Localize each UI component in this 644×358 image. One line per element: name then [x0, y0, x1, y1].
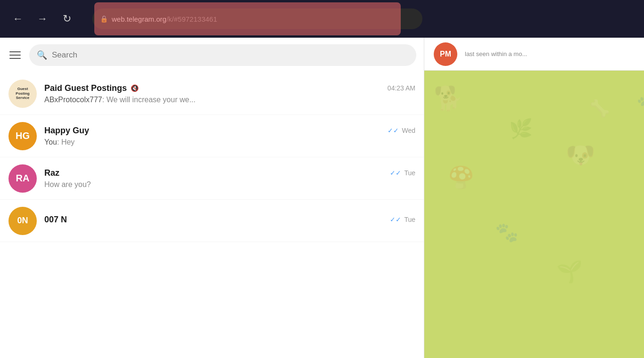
- last-seen-status: last seen within a mo...: [465, 50, 527, 57]
- background-pattern: 🐕 🌿 🍄 🐾 🐶 🦴 🌱 🐾: [424, 71, 644, 358]
- pm-avatar: PM: [434, 42, 457, 66]
- browser-bar: ← → ↻ 🔒 web.telegram.org/k/#5972133461: [0, 0, 644, 38]
- refresh-button[interactable]: ↻: [58, 10, 75, 27]
- chat-name: 007 N: [44, 215, 67, 225]
- search-wrapper[interactable]: 🔍: [29, 44, 416, 66]
- avatar-happy-guy: HG: [8, 122, 37, 150]
- chat-list-panel: 🔍 Guest Posting Service Paid Guest Posti…: [0, 38, 424, 358]
- chat-time: ✓✓ Tue: [390, 216, 415, 223]
- mute-icon: 🔇: [131, 84, 139, 92]
- right-panel: PM last seen within a mo... 🐕 🌿 🍄 🐾 🐶 🦴 …: [424, 38, 644, 358]
- chat-preview: ABxProtocolx777: We will increase your w…: [44, 96, 415, 104]
- chat-item-paid-guest-postings[interactable]: Guest Posting Service Paid Guest Posting…: [0, 73, 424, 115]
- search-area: 🔍: [0, 38, 424, 73]
- avatar-text: Guest Posting Service: [8, 85, 37, 102]
- chat-preview: How are you?: [44, 180, 415, 189]
- chat-header: 007 N ✓✓ Tue: [44, 215, 415, 225]
- search-icon: 🔍: [37, 50, 47, 60]
- hamburger-menu[interactable]: [8, 49, 23, 61]
- chat-header: Paid Guest Postings 🔇 04:23 AM: [44, 83, 415, 93]
- avatar-raz: RA: [8, 164, 37, 193]
- back-button[interactable]: ←: [9, 10, 26, 27]
- chat-background: 🐕 🌿 🍄 🐾 🐶 🦴 🌱 🐾: [424, 71, 644, 358]
- chat-item-raz[interactable]: RA Raz ✓✓ Tue How are you?: [0, 157, 424, 200]
- double-check-icon: ✓✓: [388, 127, 399, 134]
- chat-info-raz: Raz ✓✓ Tue How are you?: [44, 168, 415, 189]
- avatar-paid-guest-postings: Guest Posting Service: [8, 80, 37, 108]
- chat-header-right: PM last seen within a mo...: [424, 38, 644, 71]
- chat-preview: You: Hey: [44, 138, 415, 146]
- forward-button[interactable]: →: [34, 10, 51, 27]
- contact-info: last seen within a mo...: [465, 50, 527, 57]
- avatar-007n: 0N: [8, 207, 37, 235]
- main-content: 🔍 Guest Posting Service Paid Guest Posti…: [0, 38, 644, 358]
- chat-info-007n: 007 N ✓✓ Tue: [44, 215, 415, 227]
- chat-item-happy-guy[interactable]: HG Happy Guy ✓✓ Wed You: Hey: [0, 115, 424, 157]
- chat-time: 04:23 AM: [388, 84, 415, 92]
- double-check-icon: ✓✓: [390, 216, 401, 223]
- chat-time: ✓✓ Tue: [390, 169, 415, 177]
- search-input[interactable]: [52, 50, 409, 60]
- chat-info-paid-guest-postings: Paid Guest Postings 🔇 04:23 AM ABxProtoc…: [44, 83, 415, 104]
- chat-info-happy-guy: Happy Guy ✓✓ Wed You: Hey: [44, 126, 415, 146]
- chat-item-007n[interactable]: 0N 007 N ✓✓ Tue: [0, 200, 424, 242]
- chat-name: Happy Guy: [44, 126, 89, 136]
- chat-header: Happy Guy ✓✓ Wed: [44, 126, 415, 136]
- chat-name: Paid Guest Postings 🔇: [44, 83, 139, 93]
- chat-header: Raz ✓✓ Tue: [44, 168, 415, 178]
- chat-time: ✓✓ Wed: [388, 127, 415, 134]
- address-bar-overlay: [94, 2, 401, 35]
- double-check-icon: ✓✓: [390, 169, 401, 177]
- chat-name: Raz: [44, 168, 59, 178]
